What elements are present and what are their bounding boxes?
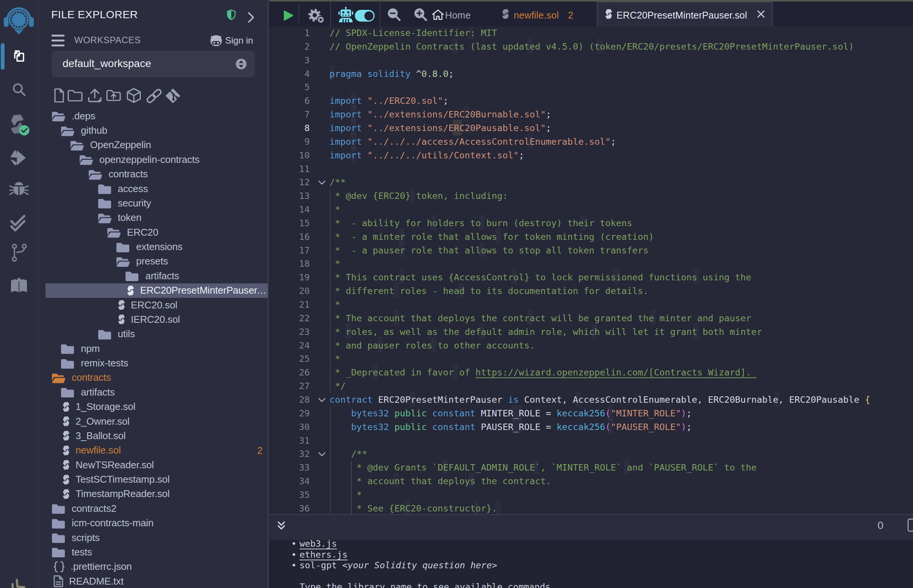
- tree-folder-security[interactable]: security: [45, 196, 268, 210]
- sidebar-collapse-icon[interactable]: [0, 576, 38, 588]
- code-token: "../../../access/AccessControlEnumerable…: [367, 136, 611, 147]
- tree-file-ERC20.sol[interactable]: ERC20.sol: [45, 298, 268, 312]
- tree-folder-presets[interactable]: presets: [45, 254, 268, 269]
- sidebar-search-icon[interactable]: [0, 80, 38, 99]
- tree-item-label: artifacts: [145, 270, 179, 282]
- sidebar-debugger-icon[interactable]: [0, 179, 38, 201]
- workspace-menu-icon[interactable]: [52, 34, 65, 49]
- clone-git-icon[interactable]: [164, 87, 181, 106]
- import-link-icon[interactable]: [144, 87, 163, 106]
- tree-file-README.txt[interactable]: README.txt: [45, 574, 268, 588]
- new-file-icon[interactable]: [51, 87, 68, 105]
- tree-file-TimestampReader.sol[interactable]: TimestampReader.sol: [45, 487, 268, 501]
- ai-toggle-on[interactable]: [355, 10, 375, 22]
- tree-folder-github[interactable]: github: [45, 123, 268, 137]
- tree-folder-.deps[interactable]: .deps: [45, 109, 268, 123]
- terminal-link-web3.js[interactable]: •web3.js: [299, 540, 337, 549]
- compile-run-button[interactable]: [307, 8, 325, 26]
- code-token: ^: [411, 69, 422, 79]
- code-token: ;: [443, 95, 448, 106]
- tree-item-label: openzeppelin-contracts: [99, 154, 199, 166]
- tree-file-newfile.sol[interactable]: newfile.sol2: [45, 443, 268, 458]
- tree-folder-npm[interactable]: npm: [45, 341, 268, 356]
- upload-folder-icon[interactable]: [105, 87, 123, 105]
- sidebar-solidity-compiler-icon[interactable]: [0, 112, 38, 137]
- tree-item-label: ERC20PresetMinterPauser.sol: [140, 284, 268, 296]
- tree-folder-extensions[interactable]: extensions: [45, 239, 268, 254]
- line-number: 5: [269, 81, 310, 94]
- line-number: 19: [269, 271, 310, 284]
- line-number: 22: [269, 312, 310, 325]
- code-token: * The account that deploys the contract …: [330, 313, 751, 323]
- code-editor[interactable]: 1// SPDX-License-Identifier: MIT2// Open…: [269, 26, 913, 514]
- tab-newfile[interactable]: newfile.sol: [514, 10, 559, 21]
- terminal-output[interactable]: •web3.js•ethers.js•sol-gpt <your Solidit…: [269, 540, 913, 588]
- run-script-button[interactable]: [280, 8, 296, 24]
- code-line-23: 23 * roles, as well as the default admin…: [269, 325, 913, 339]
- code-line-34: 34 * account that deploys the contract.: [269, 475, 913, 488]
- tree-folder-OpenZeppelin[interactable]: OpenZeppelin: [45, 138, 268, 152]
- code-token: // OpenZeppelin Contracts (last updated …: [330, 41, 854, 52]
- modified-count-badge: 2: [257, 445, 262, 456]
- tree-folder-remix-tests[interactable]: remix-tests: [45, 356, 268, 370]
- terminal-scroll-box[interactable]: [908, 519, 913, 531]
- tree-folder-ERC20[interactable]: ERC20: [45, 225, 268, 239]
- expand-terminal-icon[interactable]: [276, 520, 287, 534]
- sidebar-deploy-run-icon[interactable]: [0, 145, 38, 168]
- new-folder-icon[interactable]: [67, 87, 83, 105]
- tree-file-2_Owner.sol[interactable]: 2_Owner.sol: [45, 414, 268, 428]
- code-line-27: 27 */: [269, 380, 913, 393]
- sign-in-button[interactable]: Sign in: [225, 35, 253, 46]
- tree-folder-artifacts[interactable]: artifacts: [45, 385, 268, 399]
- tree-item-label: contracts: [72, 372, 111, 383]
- code-line-31: 31: [269, 434, 913, 448]
- sidebar-file-explorer-icon[interactable]: [0, 47, 38, 65]
- code-token: bytes32: [351, 422, 389, 432]
- sidebar-git-icon[interactable]: [0, 242, 38, 263]
- sidebar-learneth-icon[interactable]: [0, 276, 38, 297]
- code-text: * - a minter role that allows for token …: [330, 230, 654, 244]
- tree-folder-contracts[interactable]: contracts: [45, 167, 268, 181]
- folder-icon: [51, 531, 66, 544]
- tree-file-1_Storage.sol[interactable]: 1_Storage.sol: [45, 400, 268, 414]
- close-icon[interactable]: [755, 8, 767, 20]
- upload-file-icon[interactable]: [86, 87, 104, 105]
- workspace-select[interactable]: default_workspace: [52, 51, 255, 77]
- tree-folder-tests[interactable]: tests: [45, 545, 268, 559]
- sidebar-unit-testing-icon[interactable]: [0, 212, 38, 233]
- zoom-out-button[interactable]: [385, 6, 402, 24]
- tree-folder-token[interactable]: token: [45, 211, 268, 225]
- code-token: constant: [432, 408, 476, 418]
- tree-folder-contracts2[interactable]: contracts2: [45, 501, 268, 515]
- tab-home-icon[interactable]: [431, 9, 444, 23]
- tree-file-TestSCTimestamp.sol[interactable]: TestSCTimestamp.sol: [45, 472, 268, 486]
- ai-copilot-button[interactable]: [337, 6, 354, 24]
- line-number: 12: [269, 176, 310, 189]
- code-token: public: [394, 422, 427, 432]
- tab-active-label: ERC20PresetMinterPauser.sol: [617, 10, 747, 21]
- remix-logo[interactable]: [0, 4, 38, 39]
- tree-file-ERC20PresetMinterPauser.sol[interactable]: ERC20PresetMinterPauser.sol: [45, 283, 268, 298]
- tree-folder-artifacts[interactable]: artifacts: [45, 269, 268, 283]
- tree-folder-openzeppelin-contracts[interactable]: openzeppelin-contracts: [45, 152, 268, 167]
- tab-active-file[interactable]: ERC20PresetMinterPauser.sol: [597, 2, 773, 26]
- line-number: 28: [269, 393, 310, 407]
- zoom-in-button[interactable]: [412, 6, 429, 24]
- panel-title: FILE EXPLORER: [51, 8, 138, 21]
- tree-file-NewTSReader.sol[interactable]: NewTSReader.sol: [45, 458, 268, 472]
- tree-file-.prettierrc.json[interactable]: .prettierrc.json: [45, 560, 268, 574]
- tree-folder-utils[interactable]: utils: [45, 327, 268, 341]
- tree-folder-icm-contracts-main[interactable]: icm-contracts-main: [45, 516, 268, 530]
- tab-home[interactable]: Home: [445, 10, 471, 21]
- tree-file-3_Ballot.sol[interactable]: 3_Ballot.sol: [45, 428, 268, 443]
- code-line-25: 25 *: [269, 352, 913, 366]
- terminal-link-ethers.js[interactable]: •ethers.js: [299, 549, 348, 561]
- tree-file-IERC20.sol[interactable]: IERC20.sol: [45, 312, 268, 326]
- tab-newfile-icon[interactable]: [501, 8, 510, 21]
- chevron-right-icon[interactable]: [246, 11, 256, 26]
- code-line-19: 19 * This contract uses {AccessControl} …: [269, 271, 913, 284]
- load-cube-icon[interactable]: [125, 87, 142, 106]
- tree-folder-contracts[interactable]: contracts: [45, 370, 268, 385]
- tree-folder-access[interactable]: access: [45, 181, 268, 196]
- tree-folder-scripts[interactable]: scripts: [45, 530, 268, 545]
